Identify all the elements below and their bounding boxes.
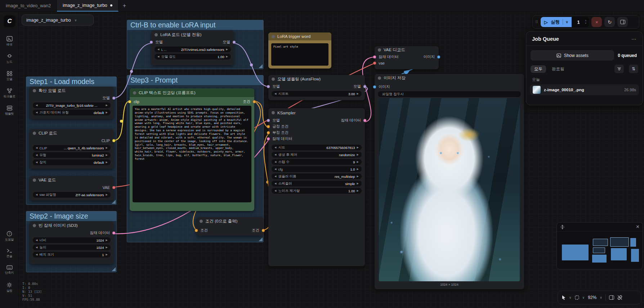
decrement-icon[interactable]: ◀	[36, 239, 37, 242]
widget-clip-name[interactable]: ◀CLIP... qwen_3_4b.safetensors▶	[33, 145, 111, 151]
collapse-dot[interactable]	[155, 33, 158, 36]
increment-icon[interactable]: ▶	[106, 104, 108, 107]
collapse-dot[interactable]	[33, 89, 36, 92]
widget-batch-size[interactable]: ◀배치 크기1▶	[33, 252, 111, 258]
node-clip-load[interactable]: CLIP 로드 CLIP ◀CLIP... qwen_3_4b.safetens…	[30, 129, 114, 169]
collapse-dot[interactable]	[200, 220, 203, 223]
widget-height[interactable]: ◀높이1024▶	[33, 245, 111, 250]
sort-button[interactable]: ⇅	[629, 65, 638, 73]
widget-vae-name[interactable]: ◀vae 파일명ZIT-ae.safetensors▶	[33, 192, 111, 198]
increment-icon[interactable]: ∧	[585, 19, 586, 22]
decrement-icon[interactable]: ◀	[157, 55, 159, 58]
node-ksampler[interactable]: KSampler 모델잠재 데이터 긍정 조건 부정 조건 잠재 데이터 ◀시드…	[268, 108, 365, 266]
zoom-level[interactable]: 92%	[588, 295, 596, 300]
increment-icon[interactable]: ▶	[357, 146, 359, 149]
increment-icon[interactable]: ▶	[106, 154, 108, 157]
decrement-icon[interactable]: ◀	[36, 193, 37, 196]
decrement-icon[interactable]: ◀	[36, 111, 37, 114]
output-slot-latent[interactable]	[112, 231, 116, 234]
drag-handle-icon[interactable]: ⠿	[535, 20, 538, 25]
input-slot-conditioning[interactable]	[195, 229, 198, 232]
comfyui-logo[interactable]: C	[4, 16, 15, 27]
pointer-icon[interactable]	[562, 295, 566, 300]
output-slot-model[interactable]	[112, 96, 116, 100]
input-slot-clip[interactable]	[128, 100, 131, 103]
widget-weight-dtype[interactable]: ◀가중치 데이터 유형default▶	[33, 110, 111, 115]
increment-icon[interactable]: ▶	[106, 146, 108, 149]
output-slot-model[interactable]	[233, 40, 236, 44]
decrement-icon[interactable]: ◀	[274, 146, 276, 149]
output-slot-model[interactable]	[363, 85, 367, 88]
collapse-dot[interactable]	[33, 179, 36, 182]
pointer-mode-chevron-icon[interactable]: ∨	[569, 296, 572, 299]
output-slot-clip[interactable]	[112, 139, 116, 142]
decrement-icon[interactable]: ◀	[36, 253, 37, 256]
select-mode-icon[interactable]	[575, 295, 579, 300]
increment-icon[interactable]: ▶	[226, 48, 228, 51]
increment-icon[interactable]: ▶	[357, 92, 359, 95]
collapse-dot[interactable]	[272, 78, 275, 81]
note-textarea[interactable]: Pixel art style	[271, 43, 328, 66]
increment-icon[interactable]: ▶	[357, 160, 359, 163]
increment-icon[interactable]: ▶	[106, 239, 108, 242]
widget-sampler-name[interactable]: ◀샘플러 이름res_multistep▶	[272, 173, 362, 179]
decrement-icon[interactable]: ◀	[36, 154, 37, 157]
node-empty-latent[interactable]: 빈 잠재 이미지 (SD3) 잠재 데이터 ◀너비1024▶ ◀높이1024▶ …	[30, 221, 114, 264]
decrement-icon[interactable]: ◀	[274, 160, 276, 163]
select-mode-chevron-icon[interactable]: ∨	[582, 296, 585, 299]
input-slot-model[interactable]	[150, 40, 153, 44]
decrement-icon[interactable]: ◀	[274, 189, 276, 192]
run-options-chevron-icon[interactable]: ∨	[566, 20, 568, 24]
minimap-canvas[interactable]	[557, 231, 643, 269]
increment-icon[interactable]: ▶	[357, 168, 359, 171]
increment-icon[interactable]: ▶	[106, 161, 108, 164]
widget-seed[interactable]: ◀시드637055756067813▶	[272, 145, 362, 150]
increment-icon[interactable]: ▶	[357, 175, 359, 178]
node-model-sampling-auraflow[interactable]: 모델 샘플링 (AuraFlow) 모델모델 ◀시프트3.00▶	[268, 75, 365, 100]
tab-image-to-video-wan2[interactable]: image_to_video_wan2	[0, 0, 57, 12]
history-button[interactable]: ↻	[604, 17, 615, 27]
sidebar-item-templates[interactable]: 템플릿	[0, 105, 19, 120]
increment-icon[interactable]: ▶	[106, 111, 108, 114]
node-conditioning-zero-out[interactable]: 조건 (0으로 출력) 조건조건	[196, 217, 263, 236]
widget-scheduler[interactable]: ◀스케줄러simple▶	[272, 181, 362, 186]
node-load-diffusion-model[interactable]: 확산 모델 로드 모델 ◀ZIT/z_image_turbo_fp16.safe…	[30, 87, 114, 119]
filter-all-chip[interactable]: 모두	[531, 65, 546, 73]
input-slot-vae[interactable]	[373, 61, 376, 65]
workflow-selector[interactable]: image_z_image_turbo ∨	[22, 14, 94, 26]
collapse-dot[interactable]	[378, 48, 381, 52]
output-slot-image[interactable]	[437, 55, 440, 58]
widget-steps[interactable]: ◀스텝 수9▶	[272, 159, 362, 165]
output-slot-conditioning[interactable]	[253, 100, 256, 103]
sidebar-item-models[interactable]: 모델	[0, 71, 19, 86]
sidebar-item-nodes[interactable]: 노드	[0, 53, 19, 69]
sidebar-item-workflows[interactable]: 워크플로	[0, 88, 19, 103]
zoom-chevron-icon[interactable]: ∨	[600, 296, 602, 299]
minimap-panel[interactable]: ×	[556, 222, 643, 269]
node-lora-trigger-note[interactable]: LoRA trigger word Pixel art style	[268, 32, 331, 69]
widget-control-after-generate[interactable]: ◀생성 후 제어randomize▶	[272, 152, 362, 158]
input-slot-positive[interactable]	[267, 125, 270, 128]
prompt-textarea[interactable]: You are a masterful AI artist who create…	[133, 106, 251, 202]
input-slot-image[interactable]	[373, 85, 376, 88]
collapse-dot[interactable]	[272, 111, 275, 114]
increment-icon[interactable]: ▶	[106, 246, 108, 249]
batch-count-stepper[interactable]: 1 ∧∨	[572, 17, 589, 27]
widget-filename-prefix[interactable]: 파일명 접두사	[378, 91, 521, 97]
filter-button[interactable]	[614, 65, 624, 73]
collapse-dot[interactable]	[33, 224, 36, 227]
widget-denoise[interactable]: ◀노이즈 제거량1.00▶	[272, 188, 362, 194]
sidebar-item-settings[interactable]: 설정	[0, 282, 19, 297]
decrement-icon[interactable]: ◀	[36, 161, 37, 164]
cancel-button[interactable]: ×	[591, 17, 602, 27]
increment-icon[interactable]: ▶	[226, 55, 228, 58]
filter-completed-chip[interactable]: 완료됨	[551, 65, 565, 73]
collapse-dot[interactable]	[33, 132, 36, 135]
decrement-icon[interactable]: ◀	[274, 92, 276, 95]
decrement-icon[interactable]: ∨	[585, 22, 586, 25]
increment-icon[interactable]: ▶	[106, 193, 108, 196]
decrement-icon[interactable]: ◀	[36, 246, 37, 249]
minimap-toggle-icon[interactable]	[609, 295, 614, 300]
widget-cfg[interactable]: ◀cfg1.0▶	[272, 166, 362, 172]
decrement-icon[interactable]: ◀	[36, 104, 37, 107]
